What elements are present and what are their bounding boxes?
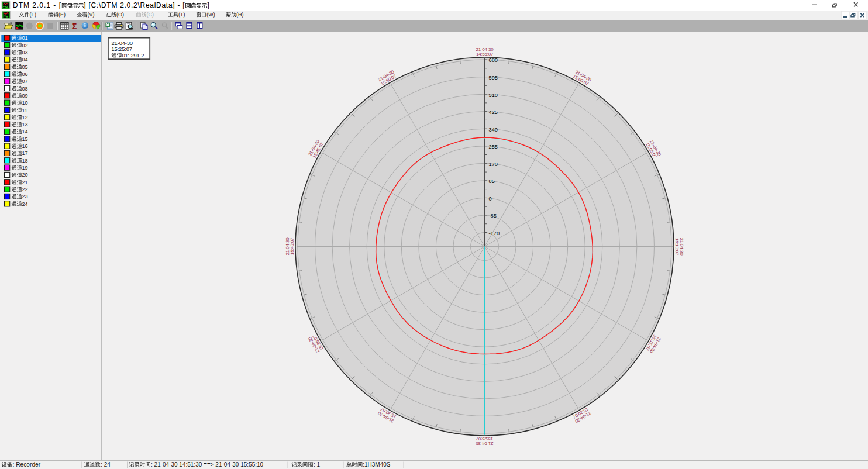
svg-text:595: 595 xyxy=(489,75,498,81)
svg-text:680: 680 xyxy=(489,57,498,63)
svg-text:08: 08 xyxy=(22,86,27,92)
svg-text:10: 10 xyxy=(22,100,27,106)
svg-text:Σ: Σ xyxy=(72,22,77,31)
svg-text:21-04-30: 21-04-30 xyxy=(112,40,133,46)
svg-text:] [C:\DTM 2.0.2\RealData] - [: ] [C:\DTM 2.0.2\RealData] - [ xyxy=(84,1,185,9)
svg-text:]: ] xyxy=(208,1,210,9)
svg-text:13: 13 xyxy=(22,122,27,127)
svg-text:85: 85 xyxy=(489,178,495,184)
svg-text:18: 18 xyxy=(22,158,27,164)
svg-text:(C): (C) xyxy=(147,12,154,18)
svg-text:02: 02 xyxy=(22,43,27,49)
svg-text::1H3M40S: :1H3M40S xyxy=(363,461,391,468)
svg-text:425: 425 xyxy=(489,109,498,115)
svg-text:(T): (T) xyxy=(178,12,185,18)
svg-text:09: 09 xyxy=(22,93,27,99)
svg-text:15:25:07: 15:25:07 xyxy=(476,436,493,442)
svg-text:0: 0 xyxy=(489,196,492,202)
svg-text:(W): (W) xyxy=(206,12,215,18)
svg-text:-170: -170 xyxy=(489,230,500,236)
svg-text:03: 03 xyxy=(22,50,27,56)
svg-text:22: 22 xyxy=(22,187,27,192)
svg-text:-85: -85 xyxy=(489,213,497,219)
svg-text:(E): (E) xyxy=(58,12,66,18)
svg-text:: 21-04-30 14:51:30 ==> 21-04: : 21-04-30 14:51:30 ==> 21-04-30 15:55:1… xyxy=(151,461,264,468)
svg-text:255: 255 xyxy=(489,144,498,150)
svg-text:(O): (O) xyxy=(116,12,124,18)
svg-text:16: 16 xyxy=(22,143,27,149)
svg-text:20: 20 xyxy=(22,172,27,178)
svg-text:15:10:07: 15:10:07 xyxy=(674,238,680,256)
svg-text:510: 510 xyxy=(489,92,498,98)
svg-text:21: 21 xyxy=(22,180,27,185)
svg-text:11: 11 xyxy=(22,108,27,113)
svg-text:01: 01 xyxy=(22,35,27,41)
svg-text:12: 12 xyxy=(22,115,27,120)
svg-text:04: 04 xyxy=(22,57,27,63)
svg-text:(V): (V) xyxy=(87,12,94,18)
svg-text:340: 340 xyxy=(489,127,498,133)
svg-text:(H): (H) xyxy=(236,12,244,18)
svg-text:: 1: : 1 xyxy=(314,461,321,468)
svg-text:15: 15 xyxy=(22,136,27,142)
svg-text:170: 170 xyxy=(489,161,498,167)
svg-text:23: 23 xyxy=(22,194,27,199)
svg-text:: 24: : 24 xyxy=(101,461,111,468)
svg-text:07: 07 xyxy=(22,78,27,84)
svg-text:19: 19 xyxy=(22,165,27,171)
svg-text:15:40:07: 15:40:07 xyxy=(290,237,295,255)
svg-text:17: 17 xyxy=(22,150,27,156)
svg-text:06: 06 xyxy=(22,71,27,77)
svg-text:24: 24 xyxy=(22,201,27,207)
svg-text:05: 05 xyxy=(22,64,27,70)
svg-text:(F): (F) xyxy=(30,12,37,18)
svg-text:14: 14 xyxy=(22,129,27,135)
svg-text:15:25:07: 15:25:07 xyxy=(112,46,132,52)
svg-text:: Recorder: : Recorder xyxy=(13,461,41,468)
svg-text:01: 291.2: 01: 291.2 xyxy=(122,52,144,58)
svg-text:DTM 2.0.1 - [: DTM 2.0.1 - [ xyxy=(13,1,61,9)
svg-text:14:55:07: 14:55:07 xyxy=(476,51,494,57)
